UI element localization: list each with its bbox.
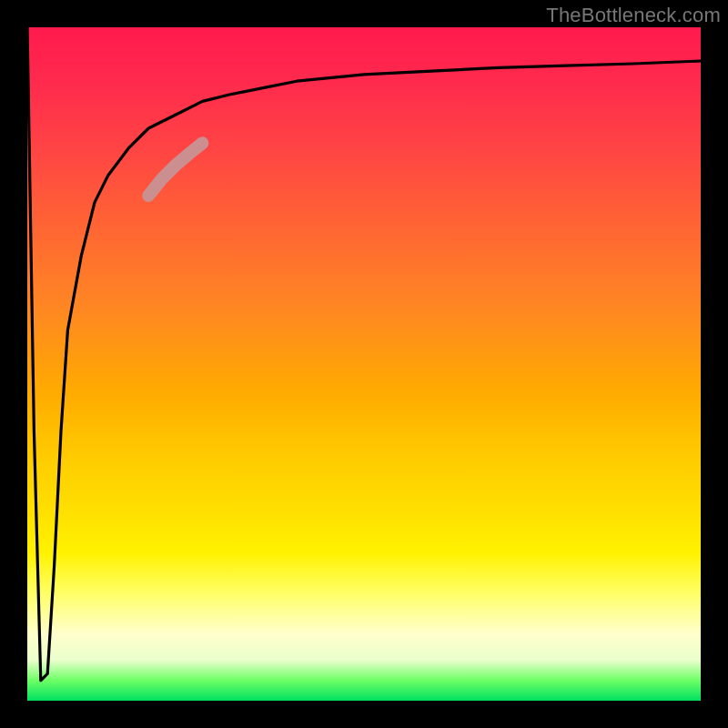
- chart-svg: [27, 27, 701, 701]
- highlight-segment: [148, 143, 202, 196]
- chart-container: TheBottleneck.com: [0, 0, 728, 728]
- bottleneck-curve-line: [27, 27, 701, 681]
- watermark-text: TheBottleneck.com: [546, 4, 721, 27]
